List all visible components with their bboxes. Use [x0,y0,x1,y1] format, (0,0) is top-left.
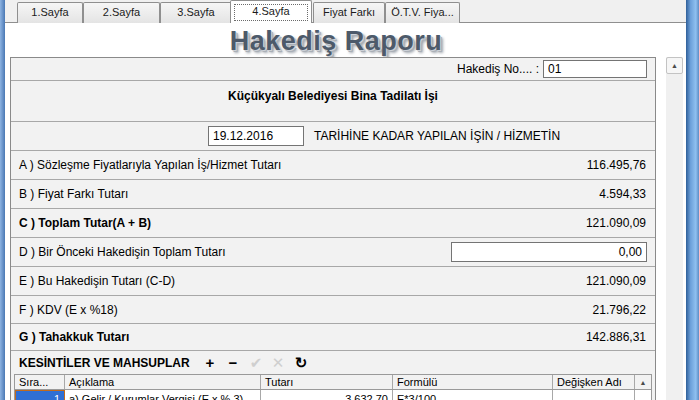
grid-scroll-up-button[interactable]: ▲ [635,375,651,389]
report-panel: Hakediş No.... : Küçükyalı Belediyesi Bi… [10,57,656,400]
deductions-section-title: KESİNTİLER VE MAHSUPLAR [19,356,190,370]
window-right-border [686,0,699,400]
column-header-sira[interactable]: Sıra... [15,375,65,389]
scroll-up-icon: ▲ [640,379,647,386]
confirm-edit-button[interactable]: ✔ [247,354,265,372]
tab-sayfa-2[interactable]: 2.Sayfa [83,2,160,23]
column-header-tutari[interactable]: Tutarı [261,375,393,389]
row-g-value: 142.886,31 [586,330,646,344]
hakedis-no-label: Hakediş No.... : [457,62,539,76]
column-header-aciklama[interactable]: Açıklama [65,375,261,389]
scrollbar-up-button[interactable]: ▲ [666,57,683,74]
row-f-value: 21.796,22 [593,303,646,317]
scrollbar-up-icon: ▲ [671,62,678,69]
row-c-value: 121.090,09 [586,216,646,230]
page-title: Hakediş Raporu [0,26,672,57]
row1-sira-cell: 1 [15,390,65,400]
row-hakedis-no: Hakediş No.... : [11,58,655,80]
tab-otv-fiyat[interactable]: Ö.T.V. Fiya... [385,2,460,23]
tab-sayfa-3[interactable]: 3.Sayfa [160,2,232,23]
row-c: C ) Toplam Tutar(A + B) 121.090,09 [11,208,655,237]
row1-scroll-gutter [635,390,651,400]
hakedis-raporu-window: 1.Sayfa 2.Sayfa 3.Sayfa 4.Sayfa Fiyat Fa… [0,0,699,400]
hakedis-no-input[interactable] [543,60,647,78]
row-d-label: D ) Bir Önceki Hakedişin Toplam Tutarı [19,245,226,259]
table-row[interactable]: 1 a) Gelir / Kurumlar Vergisi (E x % 3) … [14,390,652,400]
grid-header-row: Sıra... Açıklama Tutarı Formülü Değişken… [14,374,652,390]
row-a-label: A ) Sözleşme Fiyatlarıyla Yapılan İş/Hiz… [19,158,281,172]
delete-row-button[interactable]: − [224,354,242,372]
row-e-value: 121.090,09 [586,274,646,288]
date-suffix-label: TARİHİNE KADAR YAPILAN İŞİN / HİZMETİN [314,129,560,143]
row-g-label: G ) Tahakkuk Tutarı [19,330,129,344]
row-e: E ) Bu Hakedişin Tutarı (C-D) 121.090,09 [11,266,655,295]
column-header-formulu[interactable]: Formülü [393,375,553,389]
row-e-label: E ) Bu Hakedişin Tutarı (C-D) [19,274,175,288]
row-f-label: F ) KDV (E x %18) [19,303,118,317]
row-b-value: 4.594,33 [599,187,646,201]
column-header-degisken-adi[interactable]: Değişken Adı [553,375,635,389]
deductions-grid: Sıra... Açıklama Tutarı Formülü Değişken… [11,374,655,400]
tab-focus-outline [234,4,308,21]
tab-fiyat-farki[interactable]: Fiyat Farkı [313,2,385,23]
cancel-edit-button[interactable]: ✕ [269,354,287,372]
row-deductions-header: KESİNTİLER VE MAHSUPLAR + − ✔ ✕ ↻ [11,350,655,374]
row-f: F ) KDV (E x %18) 21.796,22 [11,295,655,323]
row-date: TARİHİNE KADAR YAPILAN İŞİN / HİZMETİN [11,121,655,150]
vertical-scrollbar[interactable]: ▲ [666,57,683,400]
row-c-label: C ) Toplam Tutar(A + B) [19,216,151,230]
row-b: B ) Fiyat Farkı Tutarı 4.594,33 [11,179,655,208]
report-date-input[interactable] [208,126,304,146]
row1-formulu-cell: E*3/100 [393,390,553,400]
window-left-border [0,0,5,400]
job-title: Küçükyalı Belediyesi Bina Tadilatı İşi [11,89,655,103]
row-d: D ) Bir Önceki Hakedişin Toplam Tutarı [11,237,655,266]
row1-tutari-cell: 3.632,70 [261,390,393,400]
previous-total-input[interactable] [451,242,647,262]
row-a-value: 116.495,76 [587,158,646,172]
refresh-button[interactable]: ↻ [292,354,310,372]
row1-degisken-cell [553,390,635,400]
add-row-button[interactable]: + [201,354,219,372]
row1-aciklama-cell: a) Gelir / Kurumlar Vergisi (E x % 3) [65,390,261,400]
tab-sayfa-1[interactable]: 1.Sayfa [17,2,83,23]
row-a: A ) Sözleşme Fiyatlarıyla Yapılan İş/Hiz… [11,150,655,179]
row-b-label: B ) Fiyat Farkı Tutarı [19,187,128,201]
tab-sayfa-4[interactable]: 4.Sayfa [230,0,312,23]
row-job-title: Küçükyalı Belediyesi Bina Tadilatı İşi [11,80,655,121]
row-g: G ) Tahakkuk Tutarı 142.886,31 [11,323,655,350]
tab-bar: 1.Sayfa 2.Sayfa 3.Sayfa 4.Sayfa Fiyat Fa… [5,0,686,23]
